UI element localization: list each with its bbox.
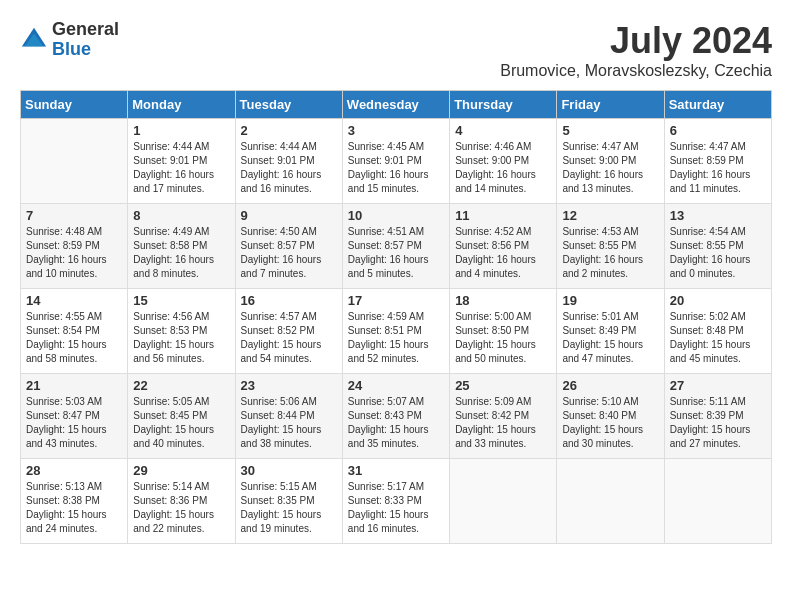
- calendar-cell: [664, 459, 771, 544]
- day-number: 25: [455, 378, 551, 393]
- calendar-week-row: 7Sunrise: 4:48 AMSunset: 8:59 PMDaylight…: [21, 204, 772, 289]
- weekday-header-sunday: Sunday: [21, 91, 128, 119]
- logo: General Blue: [20, 20, 119, 60]
- calendar-cell: 29Sunrise: 5:14 AMSunset: 8:36 PMDayligh…: [128, 459, 235, 544]
- month-year-title: July 2024: [500, 20, 772, 62]
- weekday-header-thursday: Thursday: [450, 91, 557, 119]
- weekday-header-friday: Friday: [557, 91, 664, 119]
- day-number: 26: [562, 378, 658, 393]
- weekday-header-row: SundayMondayTuesdayWednesdayThursdayFrid…: [21, 91, 772, 119]
- day-number: 2: [241, 123, 337, 138]
- logo-text: General Blue: [52, 20, 119, 60]
- day-info: Sunrise: 4:47 AMSunset: 8:59 PMDaylight:…: [670, 140, 766, 196]
- calendar-cell: 6Sunrise: 4:47 AMSunset: 8:59 PMDaylight…: [664, 119, 771, 204]
- day-number: 17: [348, 293, 444, 308]
- day-info: Sunrise: 5:01 AMSunset: 8:49 PMDaylight:…: [562, 310, 658, 366]
- day-info: Sunrise: 4:51 AMSunset: 8:57 PMDaylight:…: [348, 225, 444, 281]
- day-number: 16: [241, 293, 337, 308]
- calendar-cell: 18Sunrise: 5:00 AMSunset: 8:50 PMDayligh…: [450, 289, 557, 374]
- day-info: Sunrise: 5:14 AMSunset: 8:36 PMDaylight:…: [133, 480, 229, 536]
- calendar-cell: 8Sunrise: 4:49 AMSunset: 8:58 PMDaylight…: [128, 204, 235, 289]
- day-number: 10: [348, 208, 444, 223]
- weekday-header-saturday: Saturday: [664, 91, 771, 119]
- day-info: Sunrise: 4:55 AMSunset: 8:54 PMDaylight:…: [26, 310, 122, 366]
- location-subtitle: Brumovice, Moravskoslezsky, Czechia: [500, 62, 772, 80]
- calendar-week-row: 14Sunrise: 4:55 AMSunset: 8:54 PMDayligh…: [21, 289, 772, 374]
- day-number: 28: [26, 463, 122, 478]
- calendar-cell: [557, 459, 664, 544]
- day-number: 29: [133, 463, 229, 478]
- day-info: Sunrise: 4:49 AMSunset: 8:58 PMDaylight:…: [133, 225, 229, 281]
- day-number: 6: [670, 123, 766, 138]
- calendar-cell: 19Sunrise: 5:01 AMSunset: 8:49 PMDayligh…: [557, 289, 664, 374]
- calendar-cell: 26Sunrise: 5:10 AMSunset: 8:40 PMDayligh…: [557, 374, 664, 459]
- calendar-cell: 31Sunrise: 5:17 AMSunset: 8:33 PMDayligh…: [342, 459, 449, 544]
- calendar-week-row: 28Sunrise: 5:13 AMSunset: 8:38 PMDayligh…: [21, 459, 772, 544]
- calendar-table: SundayMondayTuesdayWednesdayThursdayFrid…: [20, 90, 772, 544]
- day-number: 19: [562, 293, 658, 308]
- weekday-header-tuesday: Tuesday: [235, 91, 342, 119]
- calendar-cell: 7Sunrise: 4:48 AMSunset: 8:59 PMDaylight…: [21, 204, 128, 289]
- day-info: Sunrise: 4:52 AMSunset: 8:56 PMDaylight:…: [455, 225, 551, 281]
- day-number: 8: [133, 208, 229, 223]
- logo-icon: [20, 26, 48, 54]
- logo-general-text: General: [52, 20, 119, 40]
- day-info: Sunrise: 4:47 AMSunset: 9:00 PMDaylight:…: [562, 140, 658, 196]
- day-info: Sunrise: 4:46 AMSunset: 9:00 PMDaylight:…: [455, 140, 551, 196]
- day-info: Sunrise: 5:07 AMSunset: 8:43 PMDaylight:…: [348, 395, 444, 451]
- day-info: Sunrise: 4:59 AMSunset: 8:51 PMDaylight:…: [348, 310, 444, 366]
- day-number: 24: [348, 378, 444, 393]
- calendar-cell: 15Sunrise: 4:56 AMSunset: 8:53 PMDayligh…: [128, 289, 235, 374]
- calendar-cell: 16Sunrise: 4:57 AMSunset: 8:52 PMDayligh…: [235, 289, 342, 374]
- day-number: 27: [670, 378, 766, 393]
- day-number: 1: [133, 123, 229, 138]
- weekday-header-wednesday: Wednesday: [342, 91, 449, 119]
- day-info: Sunrise: 5:10 AMSunset: 8:40 PMDaylight:…: [562, 395, 658, 451]
- title-section: July 2024 Brumovice, Moravskoslezsky, Cz…: [500, 20, 772, 80]
- day-number: 15: [133, 293, 229, 308]
- day-info: Sunrise: 5:09 AMSunset: 8:42 PMDaylight:…: [455, 395, 551, 451]
- calendar-cell: [450, 459, 557, 544]
- day-number: 13: [670, 208, 766, 223]
- day-number: 31: [348, 463, 444, 478]
- calendar-cell: 21Sunrise: 5:03 AMSunset: 8:47 PMDayligh…: [21, 374, 128, 459]
- calendar-cell: 10Sunrise: 4:51 AMSunset: 8:57 PMDayligh…: [342, 204, 449, 289]
- calendar-cell: 30Sunrise: 5:15 AMSunset: 8:35 PMDayligh…: [235, 459, 342, 544]
- day-info: Sunrise: 4:54 AMSunset: 8:55 PMDaylight:…: [670, 225, 766, 281]
- day-info: Sunrise: 5:00 AMSunset: 8:50 PMDaylight:…: [455, 310, 551, 366]
- day-number: 23: [241, 378, 337, 393]
- calendar-cell: 9Sunrise: 4:50 AMSunset: 8:57 PMDaylight…: [235, 204, 342, 289]
- day-info: Sunrise: 5:03 AMSunset: 8:47 PMDaylight:…: [26, 395, 122, 451]
- calendar-cell: [21, 119, 128, 204]
- day-info: Sunrise: 5:13 AMSunset: 8:38 PMDaylight:…: [26, 480, 122, 536]
- day-info: Sunrise: 4:45 AMSunset: 9:01 PMDaylight:…: [348, 140, 444, 196]
- calendar-week-row: 1Sunrise: 4:44 AMSunset: 9:01 PMDaylight…: [21, 119, 772, 204]
- calendar-cell: 4Sunrise: 4:46 AMSunset: 9:00 PMDaylight…: [450, 119, 557, 204]
- day-info: Sunrise: 5:15 AMSunset: 8:35 PMDaylight:…: [241, 480, 337, 536]
- day-number: 18: [455, 293, 551, 308]
- day-number: 4: [455, 123, 551, 138]
- calendar-cell: 12Sunrise: 4:53 AMSunset: 8:55 PMDayligh…: [557, 204, 664, 289]
- day-info: Sunrise: 4:44 AMSunset: 9:01 PMDaylight:…: [241, 140, 337, 196]
- day-info: Sunrise: 4:50 AMSunset: 8:57 PMDaylight:…: [241, 225, 337, 281]
- calendar-cell: 2Sunrise: 4:44 AMSunset: 9:01 PMDaylight…: [235, 119, 342, 204]
- day-number: 7: [26, 208, 122, 223]
- calendar-cell: 5Sunrise: 4:47 AMSunset: 9:00 PMDaylight…: [557, 119, 664, 204]
- day-info: Sunrise: 5:02 AMSunset: 8:48 PMDaylight:…: [670, 310, 766, 366]
- day-info: Sunrise: 4:44 AMSunset: 9:01 PMDaylight:…: [133, 140, 229, 196]
- page-header: General Blue July 2024 Brumovice, Moravs…: [20, 20, 772, 80]
- day-info: Sunrise: 5:06 AMSunset: 8:44 PMDaylight:…: [241, 395, 337, 451]
- calendar-cell: 23Sunrise: 5:06 AMSunset: 8:44 PMDayligh…: [235, 374, 342, 459]
- calendar-cell: 20Sunrise: 5:02 AMSunset: 8:48 PMDayligh…: [664, 289, 771, 374]
- day-info: Sunrise: 4:53 AMSunset: 8:55 PMDaylight:…: [562, 225, 658, 281]
- calendar-cell: 14Sunrise: 4:55 AMSunset: 8:54 PMDayligh…: [21, 289, 128, 374]
- day-info: Sunrise: 5:17 AMSunset: 8:33 PMDaylight:…: [348, 480, 444, 536]
- calendar-cell: 17Sunrise: 4:59 AMSunset: 8:51 PMDayligh…: [342, 289, 449, 374]
- day-info: Sunrise: 5:05 AMSunset: 8:45 PMDaylight:…: [133, 395, 229, 451]
- day-number: 9: [241, 208, 337, 223]
- day-number: 22: [133, 378, 229, 393]
- calendar-cell: 27Sunrise: 5:11 AMSunset: 8:39 PMDayligh…: [664, 374, 771, 459]
- day-number: 21: [26, 378, 122, 393]
- day-number: 5: [562, 123, 658, 138]
- calendar-cell: 3Sunrise: 4:45 AMSunset: 9:01 PMDaylight…: [342, 119, 449, 204]
